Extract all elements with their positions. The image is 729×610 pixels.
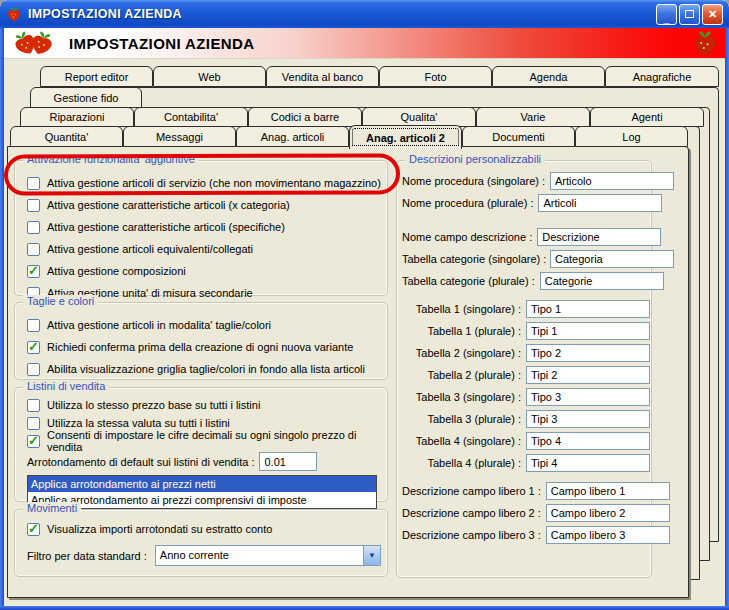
- checkbox-row[interactable]: Visualizza importi arrotondati su estrat…: [15, 518, 387, 540]
- field-input[interactable]: [526, 322, 650, 340]
- field-label: Tabella 2 (plurale) :: [402, 369, 526, 381]
- field-row: Tabella 3 (plurale) :: [402, 410, 650, 428]
- checkbox-label: Attiva gestione caratteristiche articoli…: [47, 199, 290, 211]
- tab-messaggi[interactable]: Messaggi: [123, 126, 236, 147]
- checkbox-row[interactable]: Abilita visualizzazione griglia taglie/c…: [15, 358, 387, 380]
- checkbox[interactable]: [27, 265, 40, 278]
- checkbox[interactable]: [27, 177, 40, 190]
- field-input[interactable]: [537, 228, 661, 246]
- field-row: Tabella 2 (plurale) :: [402, 366, 650, 384]
- tab-vendita-al-banco[interactable]: Vendita al banco: [266, 66, 379, 87]
- field-input[interactable]: [546, 526, 670, 544]
- field-row: Nome procedura (plurale) :: [402, 194, 650, 212]
- checkbox[interactable]: [27, 319, 40, 332]
- close-button[interactable]: ✕: [702, 4, 723, 25]
- tab-foto[interactable]: Foto: [379, 66, 492, 87]
- window-border: [725, 28, 729, 610]
- checkbox-row[interactable]: Attiva gestione articoli di servizio (ch…: [15, 172, 387, 194]
- tab-contabilita[interactable]: Contabilita': [134, 107, 248, 127]
- tab-qualita[interactable]: Qualita': [362, 107, 476, 127]
- checkbox[interactable]: [27, 341, 40, 354]
- tab-report-editor[interactable]: Report editor: [40, 66, 153, 87]
- strawberry-icon: [691, 29, 719, 57]
- field-input[interactable]: [550, 172, 674, 190]
- field-label: Tabella 3 (plurale) :: [402, 413, 526, 425]
- date-filter-label: Filtro per data standard :: [27, 550, 147, 562]
- field-label: Descrizione campo libero 1 :: [402, 485, 546, 497]
- checkbox-label: Richiedi conferma prima della creazione …: [47, 341, 353, 353]
- tab-anag-articoli[interactable]: Anag. articoli: [236, 126, 349, 147]
- tab-web[interactable]: Web: [153, 66, 266, 87]
- impostazioni-azienda-window: IMPOSTAZIONI AZIENDA _ ✕ IMPOSTAZIONI AZ…: [0, 0, 729, 610]
- checkbox-row[interactable]: Attiva gestione composizioni: [15, 260, 387, 282]
- tab-gestione-fido[interactable]: Gestione fido: [30, 87, 142, 108]
- maximize-button[interactable]: [679, 4, 700, 25]
- field-row: Tabella 3 (singolare) :: [402, 388, 650, 406]
- checkbox-row[interactable]: Richiedi conferma prima della creazione …: [15, 336, 387, 358]
- listbox-item[interactable]: Applica arrotondamento ai prezzi netti: [28, 476, 376, 492]
- group-listini-di-vendita: Listini di vendita Utilizza lo stesso pr…: [14, 387, 388, 502]
- field-label: Nome campo descrizione :: [402, 231, 537, 243]
- checkbox-row[interactable]: Attiva gestione caratteristiche articoli…: [15, 216, 387, 238]
- titlebar[interactable]: IMPOSTAZIONI AZIENDA _ ✕: [0, 0, 729, 28]
- window-border: [0, 28, 4, 610]
- field-input[interactable]: [550, 250, 674, 268]
- tab-anag-articoli-2[interactable]: Anag. articoli 2: [349, 125, 462, 149]
- checkbox[interactable]: [27, 523, 40, 536]
- field-input[interactable]: [526, 410, 650, 428]
- tab-agenti[interactable]: Agenti: [590, 107, 704, 127]
- field-input[interactable]: [540, 272, 664, 290]
- field-row: Tabella categorie (singolare) :: [402, 250, 650, 268]
- field-input[interactable]: [526, 344, 650, 362]
- date-filter-combobox[interactable]: Anno corrente ▼: [155, 545, 381, 566]
- field-input[interactable]: [526, 366, 650, 384]
- field-row: Nome procedura (singolare) :: [402, 172, 650, 190]
- rounding-input[interactable]: [259, 452, 317, 471]
- group-title: Attivazione funzionalita' aggiuntive: [23, 153, 199, 165]
- checkbox[interactable]: [27, 435, 40, 448]
- checkbox[interactable]: [27, 199, 40, 212]
- field-label: Nome procedura (singolare) :: [402, 175, 550, 187]
- tab-riparazioni[interactable]: Riparazioni: [20, 107, 134, 127]
- header-banner: IMPOSTAZIONI AZIENDA: [4, 28, 725, 59]
- minimize-button[interactable]: _: [656, 4, 677, 25]
- checkbox[interactable]: [27, 221, 40, 234]
- rounding-label: Arrotondamento di default sui listini di…: [27, 456, 254, 468]
- field-label: Tabella 1 (singolare) :: [402, 303, 526, 315]
- checkbox-row[interactable]: Attiva gestione articoli in modalita' ta…: [15, 314, 387, 336]
- tab-documenti[interactable]: Documenti: [462, 126, 575, 147]
- field-input[interactable]: [526, 388, 650, 406]
- checkbox-row[interactable]: Attiva gestione articoli equivalenti/col…: [15, 238, 387, 260]
- field-input[interactable]: [526, 300, 650, 318]
- checkbox[interactable]: [27, 399, 40, 412]
- field-input[interactable]: [526, 432, 650, 450]
- field-row: Descrizione campo libero 3 :: [402, 526, 650, 544]
- checkbox[interactable]: [27, 363, 40, 376]
- tab-quantita[interactable]: Quantita': [10, 126, 123, 147]
- group-taglie-e-colori: Taglie e colori Attiva gestione articoli…: [14, 302, 388, 380]
- checkbox[interactable]: [27, 243, 40, 256]
- field-input[interactable]: [526, 454, 650, 472]
- strawberry-logo: [12, 30, 55, 56]
- group-title: Taglie e colori: [23, 295, 98, 307]
- tab-log[interactable]: Log: [575, 126, 688, 147]
- field-row: Tabella 4 (plurale) :: [402, 454, 650, 472]
- field-label: Tabella 4 (plurale) :: [402, 457, 526, 469]
- checkbox-row[interactable]: Utilizza lo stesso prezzo base su tutti …: [15, 396, 387, 414]
- tab-anagrafiche[interactable]: Anagrafiche: [605, 66, 719, 87]
- field-input[interactable]: [538, 194, 662, 212]
- tab-codici-a-barre[interactable]: Codici a barre: [248, 107, 362, 127]
- tab-varie[interactable]: Varie: [476, 107, 590, 127]
- group-title: Descrizioni personalizzabili: [405, 153, 545, 165]
- field-input[interactable]: [546, 482, 670, 500]
- field-label: Tabella 1 (plurale) :: [402, 325, 526, 337]
- chevron-down-icon[interactable]: ▼: [363, 546, 380, 565]
- checkbox-row[interactable]: Consenti di impostare le cifre decimali …: [15, 432, 387, 450]
- field-input[interactable]: [546, 504, 670, 522]
- checkbox-row[interactable]: Attiva gestione caratteristiche articoli…: [15, 194, 387, 216]
- tab-agenda[interactable]: Agenda: [492, 66, 605, 87]
- checkbox-label: Attiva gestione articoli di servizio (ch…: [47, 177, 381, 189]
- checkbox-label: Attiva gestione articoli equivalenti/col…: [47, 243, 253, 255]
- checkbox[interactable]: [27, 417, 40, 430]
- field-label: Tabella 2 (singolare) :: [402, 347, 526, 359]
